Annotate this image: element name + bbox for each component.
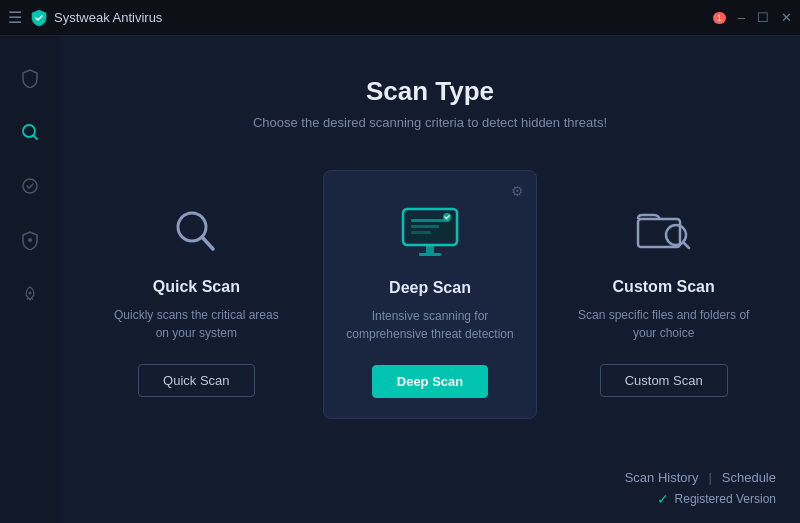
quick-scan-title: Quick Scan — [153, 278, 240, 296]
schedule-link[interactable]: Schedule — [722, 470, 776, 485]
svg-rect-11 — [411, 231, 431, 234]
sidebar-item-checkmark[interactable] — [8, 164, 52, 208]
sidebar-item-protection[interactable] — [8, 218, 52, 262]
quick-scan-card: Quick Scan Quickly scans the critical ar… — [90, 170, 303, 417]
minimize-button[interactable]: – — [738, 10, 745, 25]
custom-scan-desc: Scan specific files and folders of your … — [577, 306, 750, 342]
close-button[interactable]: ✕ — [781, 10, 792, 25]
maximize-button[interactable]: ☐ — [757, 10, 769, 25]
svg-point-14 — [443, 213, 451, 221]
page-title: Scan Type — [366, 76, 494, 107]
svg-rect-13 — [419, 253, 441, 256]
bottom-bar: Scan History | Schedule ✓ Registered Ver… — [625, 470, 776, 507]
main-layout: Scan Type Choose the desired scanning cr… — [0, 36, 800, 523]
sidebar — [0, 36, 60, 523]
page-subtitle: Choose the desired scanning criteria to … — [253, 115, 607, 130]
registered-label: Registered Version — [675, 492, 776, 506]
svg-rect-12 — [426, 245, 434, 253]
hamburger-icon[interactable]: ☰ — [8, 8, 22, 27]
svg-rect-10 — [411, 225, 439, 228]
svg-rect-9 — [411, 219, 449, 222]
svg-line-6 — [202, 237, 213, 249]
deep-scan-title: Deep Scan — [389, 279, 471, 297]
card-settings-icon[interactable]: ⚙ — [511, 183, 524, 199]
svg-rect-15 — [638, 219, 680, 247]
bottom-links: Scan History | Schedule — [625, 470, 776, 485]
custom-scan-title: Custom Scan — [613, 278, 715, 296]
sidebar-item-scan[interactable] — [8, 110, 52, 154]
titlebar-controls: 1 – ☐ ✕ — [713, 10, 792, 25]
sidebar-item-shield[interactable] — [8, 56, 52, 100]
content-area: Scan Type Choose the desired scanning cr… — [60, 36, 800, 523]
divider: | — [708, 470, 711, 485]
deep-scan-button[interactable]: Deep Scan — [372, 365, 488, 398]
registered-badge: ✓ Registered Version — [657, 491, 776, 507]
deep-scan-card: ⚙ — [323, 170, 538, 419]
deep-scan-desc: Intensive scanning for comprehensive thr… — [344, 307, 517, 343]
scan-history-link[interactable]: Scan History — [625, 470, 699, 485]
sidebar-item-rocket[interactable] — [8, 272, 52, 316]
scan-cards-container: Quick Scan Quickly scans the critical ar… — [90, 170, 770, 419]
logo-icon — [30, 9, 48, 27]
svg-line-17 — [683, 242, 689, 248]
app-title-label: Systweak Antivirus — [54, 10, 162, 25]
deep-scan-icon — [395, 201, 465, 261]
custom-scan-button[interactable]: Custom Scan — [600, 364, 728, 397]
quick-scan-icon — [161, 200, 231, 260]
svg-point-4 — [29, 292, 32, 295]
titlebar: ☰ Systweak Antivirus 1 – ☐ ✕ — [0, 0, 800, 36]
titlebar-left: ☰ Systweak Antivirus — [8, 8, 162, 27]
app-logo: Systweak Antivirus — [30, 9, 162, 27]
svg-line-1 — [34, 136, 38, 140]
custom-scan-icon — [629, 200, 699, 260]
svg-point-3 — [28, 238, 32, 242]
registered-icon: ✓ — [657, 491, 669, 507]
quick-scan-button[interactable]: Quick Scan — [138, 364, 254, 397]
quick-scan-desc: Quickly scans the critical areas on your… — [110, 306, 283, 342]
custom-scan-card: Custom Scan Scan specific files and fold… — [557, 170, 770, 417]
notification-badge[interactable]: 1 — [713, 12, 726, 24]
